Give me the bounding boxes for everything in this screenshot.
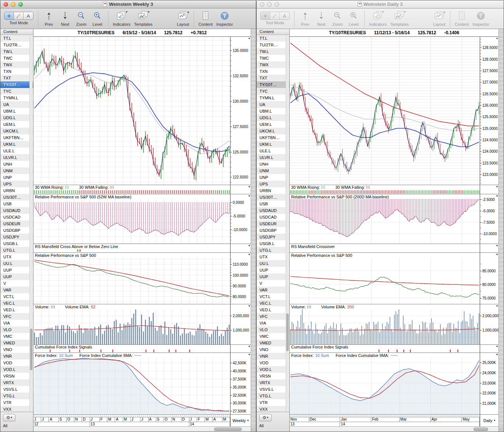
zoom-in-button[interactable]: Level [91,10,104,26]
filter-label[interactable]: All [3,424,33,428]
sidebar-item-vtgl[interactable]: VTG.L [257,393,289,399]
sidebar-item-uup[interactable]: UUP [0,267,33,273]
horizontal-scroll-thumb[interactable] [473,428,488,431]
pane-menu-caret[interactable]: ▾ [249,253,250,256]
sidebar-item-usb[interactable]: USB [0,201,33,207]
sidebar-item-unm[interactable]: UNM [257,167,289,174]
minimize-button[interactable] [267,2,272,7]
sidebar-item-usgbl[interactable]: USGB.L [257,240,289,247]
sidebar-item-v[interactable]: V [257,280,289,287]
sidebar-item-urbn[interactable]: URBN [0,187,33,194]
sidebar-item-tymnl[interactable]: TYMN.L [257,95,289,101]
titlebar[interactable]: Weinstein Daily 3 [257,0,504,8]
prev-button[interactable]: Prev [299,10,311,26]
sidebar-item-ulel[interactable]: ULE.L [0,148,33,154]
volume-pane[interactable]: 2,000,0001,000,000 [290,309,498,344]
sidebar-item-utx[interactable]: UTX [257,254,289,260]
sidebar-item-txn[interactable]: TXN [0,68,33,75]
sidebar-item-vmc[interactable]: VMC [0,333,33,340]
sidebar-item-vctl[interactable]: VCT.L [0,293,33,300]
gear-menu-button[interactable]: ⚙▾ [3,414,15,421]
sidebar-item-v[interactable]: V [0,280,33,287]
sidebar-item-ubml[interactable]: UBM.L [257,108,289,114]
sidebar-scrollbar[interactable] [286,35,289,411]
sidebar-item-ulel[interactable]: ULE.L [257,148,289,154]
sidebar-item-txn[interactable]: TXN [257,68,289,75]
sidebar-item-usdaud[interactable]: USDAUD [257,207,289,214]
sidebar-item-vecl[interactable]: VEC.L [257,300,289,307]
sidebar-item-via[interactable]: VIA [0,320,33,326]
layout-button[interactable]: Layout [433,10,446,26]
sidebar-item-vlo[interactable]: VLO [0,326,33,333]
cfi-signal-strip[interactable] [33,349,251,353]
sidebar-item-vnr[interactable]: VNR [0,353,33,360]
text-tool-icon[interactable]: A [280,12,289,20]
pane-menu-caret[interactable]: ▾ [249,345,250,348]
sidebar-item-udgl[interactable]: UDG.L [0,114,33,121]
indicators-button[interactable]: Indicators [113,10,131,26]
sidebar-item-usdaud[interactable]: USDAUD [0,207,33,214]
main-price-pane[interactable]: ▾135.0000132.5000130.0000127.5000125.000… [33,37,251,185]
templates-button[interactable]: Templates [134,10,153,26]
sidebar-item-ty10t[interactable]: TY/10T… [257,81,289,88]
minimize-button[interactable] [11,2,15,7]
sidebar-item-ups[interactable]: UPS [0,181,33,187]
sidebar-item-vtr[interactable]: VTR [257,399,289,406]
gear-menu-button[interactable]: ⚙▾ [259,414,272,421]
sidebar-item-var[interactable]: VAR [0,287,33,293]
sidebar-item-vtr[interactable]: VTR [0,399,33,406]
sidebar-item-vodl[interactable]: VOD.L [0,366,33,373]
sidebar-item-unm[interactable]: UNM [0,167,33,174]
sidebar-item-vodl[interactable]: VOD.L [257,366,289,373]
sidebar-item-txt[interactable]: TXT [0,75,33,81]
wma-signal-strip[interactable] [33,190,251,194]
pane-menu-caret[interactable]: ▾ [249,244,250,248]
sidebar-item-vfc[interactable]: VFC [257,313,289,320]
horizontal-scrollbar[interactable] [290,426,498,432]
sidebar-item-us30t[interactable]: US/30T… [257,194,289,201]
horizontal-scrollbar[interactable] [33,426,251,432]
cfi-signal-strip[interactable] [290,349,498,353]
sidebar-item-ua[interactable]: UA [257,101,289,108]
content-button[interactable]: Content [455,10,469,26]
sidebar-item-vedl[interactable]: VED.L [0,307,33,313]
close-button[interactable] [260,2,264,7]
pane-menu-caret[interactable]: ▾ [496,253,498,256]
line-tool-icon[interactable]: ／ [14,12,24,20]
sidebar-item-unh[interactable]: UNH [0,161,33,167]
sidebar-item-ty10t[interactable]: TY/10T… [0,81,33,88]
text-tool-icon[interactable]: A [24,12,33,20]
sidebar-item-usdcad[interactable]: USDCAD [257,214,289,220]
sidebar-item-vlo[interactable]: VLO [257,326,289,333]
sidebar-item-ukftbn[interactable]: UKFTBN… [0,134,33,141]
sidebar-item-usdjpy[interactable]: USDJPY [257,234,289,240]
rs-histogram-pane[interactable]: 0.0000-5.0000-10.0000 [33,199,251,244]
sidebar-item-unp[interactable]: UNP [257,174,289,181]
tool-mode-control[interactable]: ✛ ／ A Tool Mode [260,10,290,25]
pane-menu-caret[interactable]: ▾ [249,37,250,40]
line-tool-icon[interactable]: ／ [270,12,280,20]
pane-menu-caret[interactable]: ▾ [249,194,250,198]
sidebar-item-vmed[interactable]: VMED [257,340,289,346]
sidebar-item-vrsn[interactable]: VRSN [257,373,289,379]
indicators-button[interactable]: Indicators [369,10,387,26]
filter-label[interactable]: All [259,424,289,428]
sidebar-item-vfc[interactable]: VFC [0,313,33,320]
zoom-in-button[interactable]: Level [347,10,360,26]
sidebar-item-usgbl[interactable]: USGB.L [0,240,33,247]
sidebar-item-usdgbp[interactable]: USDGBP [0,227,33,234]
sidebar-item-vecl[interactable]: VEC.L [0,300,33,307]
sidebar-item-ulvrl[interactable]: ULVR.L [257,154,289,161]
sidebar-item-txt[interactable]: TXT [257,75,289,81]
sidebar-item-tu2tr[interactable]: TU/2TR… [0,42,33,48]
sidebar-item-unp[interactable]: UNP [0,174,33,181]
next-button[interactable]: Next [59,10,71,26]
vertical-scrollbar[interactable] [498,29,504,432]
sidebar-item-tymnl[interactable]: TYMN.L [0,95,33,101]
crosshair-tool-icon[interactable]: ✛ [4,12,14,20]
sidebar-item-udgl[interactable]: UDG.L [257,114,289,121]
sidebar-item-via[interactable]: VIA [257,320,289,326]
sidebar-item-usb[interactable]: USB [257,201,289,207]
sidebar-item-uul[interactable]: UU.L [257,260,289,267]
sidebar-item-urbn[interactable]: URBN [257,187,289,194]
